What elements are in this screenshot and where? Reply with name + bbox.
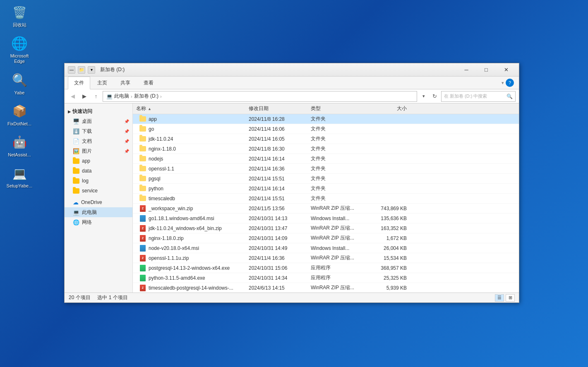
col-header-size[interactable]: 大小 bbox=[369, 105, 410, 112]
file-name-cell: pgsql bbox=[133, 176, 249, 182]
file-date-cell: 2024/11/8 16:30 bbox=[249, 146, 311, 152]
desktop-icon-fixdotnet[interactable]: 📦 FixDotNet... bbox=[5, 103, 34, 127]
table-row[interactable]: Z openssl-1.1.1u.zip 2024/11/4 16:36 Win… bbox=[133, 253, 519, 263]
file-name: nginx-1.18.0 bbox=[149, 146, 176, 152]
address-path[interactable]: 💻 此电脑 › 新加卷 (D:) › bbox=[103, 91, 417, 102]
minimize-button[interactable]: ─ bbox=[457, 63, 476, 77]
up-button[interactable]: ↑ bbox=[91, 91, 101, 101]
ribbon-tabs: 文件 主页 共享 查看 ▾ ? bbox=[65, 77, 519, 89]
ribbon-tab-view[interactable]: 查看 bbox=[137, 77, 160, 89]
sidebar-data-label: data bbox=[82, 168, 91, 174]
table-row[interactable]: node-v20.18.0-x64.msi 2024/10/31 14:49 W… bbox=[133, 243, 519, 253]
desktop-icon-edge[interactable]: 🌐 Microsoft Edge bbox=[5, 35, 34, 64]
col-header-type[interactable]: 类型 bbox=[311, 105, 369, 112]
search-box[interactable]: 在 新加卷 (D:) 中搜索 🔍 bbox=[441, 91, 516, 102]
sidebar-item-desktop[interactable]: 🖥️ 桌面 📌 bbox=[65, 116, 132, 126]
yabe-label: Yabe bbox=[14, 90, 25, 96]
sidebar-item-log[interactable]: log bbox=[65, 176, 132, 186]
sidebar-item-thispc[interactable]: 💻 此电脑 bbox=[65, 207, 132, 217]
file-date-cell: 2024/10/31 15:06 bbox=[249, 265, 311, 271]
file-date-cell: 2024/11/4 16:14 bbox=[249, 186, 311, 192]
documents-icon: 📄 bbox=[73, 138, 79, 144]
file-type-cell: WinRAR ZIP 压缩... bbox=[311, 225, 369, 232]
sidebar-item-data[interactable]: data bbox=[65, 166, 132, 176]
title-dropdown-btn[interactable]: ▾ bbox=[88, 66, 95, 74]
sidebar-item-pictures[interactable]: 🖼️ 图片 📌 bbox=[65, 146, 132, 156]
table-row[interactable]: Z timescaledb-postgresql-14-windows-... … bbox=[133, 283, 519, 293]
table-row[interactable]: nginx-1.18.0 2024/11/8 16:30 文件夹 bbox=[133, 144, 519, 154]
ribbon-collapse-btn[interactable]: ▾ bbox=[502, 80, 504, 86]
file-name: openssl-1.1 bbox=[149, 166, 174, 172]
folder-icon bbox=[139, 176, 146, 181]
file-type-cell: 文件夹 bbox=[311, 185, 369, 192]
folder-icon bbox=[139, 136, 146, 142]
sidebar-item-app[interactable]: app bbox=[65, 156, 132, 166]
quick-access-header[interactable]: ▶ 快速访问 bbox=[65, 107, 132, 116]
folder-icon bbox=[139, 186, 146, 191]
table-row[interactable]: python 2024/11/4 16:14 文件夹 bbox=[133, 184, 519, 194]
forward-button[interactable]: ▶ bbox=[79, 91, 89, 101]
table-row[interactable]: Z nginx-1.18.0.zip 2024/10/31 14:09 WinR… bbox=[133, 233, 519, 243]
table-row[interactable]: python-3.11.5-amd64.exe 2024/10/31 14:34… bbox=[133, 273, 519, 283]
table-row[interactable]: Z _workspace_win.zip 2024/11/5 13:56 Win… bbox=[133, 204, 519, 213]
col-header-name[interactable]: 名称 ▲ bbox=[133, 105, 249, 112]
table-row[interactable]: app 2024/11/8 16:28 文件夹 bbox=[133, 114, 519, 124]
reload-button[interactable]: ↻ bbox=[430, 91, 439, 101]
table-row[interactable]: go1.18.1.windows-amd64.msi 2024/10/31 14… bbox=[133, 213, 519, 223]
table-row[interactable]: nodejs 2024/11/4 16:14 文件夹 bbox=[133, 154, 519, 164]
search-icon: 🔍 bbox=[506, 94, 513, 99]
sidebar-item-network[interactable]: 🌐 网络 bbox=[65, 217, 132, 227]
data-folder-icon bbox=[73, 168, 79, 174]
table-row[interactable]: postgresql-14.13-2-windows-x64.exe 2024/… bbox=[133, 263, 519, 273]
zip-icon: Z bbox=[139, 205, 146, 212]
file-type-cell: 文件夹 bbox=[311, 175, 369, 182]
table-row[interactable]: jdk-11.0.24 2024/11/4 16:05 文件夹 bbox=[133, 134, 519, 144]
help-button[interactable]: ? bbox=[506, 79, 514, 87]
desktop-icon-netassist[interactable]: 🤖 NetAssist... bbox=[5, 134, 34, 158]
file-type-cell: WinRAR ZIP 压缩... bbox=[311, 284, 369, 291]
view-details-btn[interactable]: ☰ bbox=[495, 294, 504, 302]
back-button[interactable]: ◀ bbox=[68, 91, 78, 101]
table-row[interactable]: pgsql 2024/11/4 15:51 文件夹 bbox=[133, 174, 519, 184]
file-type-cell: 应用程序 bbox=[311, 264, 369, 271]
ribbon-tab-share[interactable]: 共享 bbox=[114, 77, 137, 89]
view-grid-btn[interactable]: ⊞ bbox=[506, 294, 515, 302]
fixdotnet-icon: 📦 bbox=[11, 103, 28, 120]
ribbon-tab-file[interactable]: 文件 bbox=[68, 77, 90, 89]
title-minimize-small[interactable]: — bbox=[68, 66, 75, 74]
sidebar-pictures-label: 图片 bbox=[82, 148, 92, 155]
sidebar-item-service[interactable]: service bbox=[65, 186, 132, 196]
title-icon-btn[interactable]: 📁 bbox=[78, 66, 85, 74]
ribbon-tab-home[interactable]: 主页 bbox=[91, 77, 113, 89]
sidebar-onedrive-label: OneDrive bbox=[81, 199, 102, 205]
refresh-button[interactable]: ▾ bbox=[419, 91, 429, 101]
file-name: postgresql-14.13-2-windows-x64.exe bbox=[149, 265, 230, 271]
file-type-cell: 文件夹 bbox=[311, 155, 369, 162]
close-button[interactable]: ✕ bbox=[497, 63, 516, 77]
table-row[interactable]: Z jdk-11.0.24_windows-x64_bin.zip 2024/1… bbox=[133, 223, 519, 233]
col-header-date[interactable]: 修改日期 bbox=[249, 105, 311, 112]
sidebar-item-downloads[interactable]: ⬇️ 下载 📌 bbox=[65, 126, 132, 136]
file-size-cell: 25,325 KB bbox=[369, 275, 410, 281]
folder-icon bbox=[139, 116, 146, 122]
desktop-icon-setupyabe[interactable]: 💻 SetupYabe... bbox=[5, 165, 34, 189]
sidebar-item-documents[interactable]: 📄 文档 📌 bbox=[65, 136, 132, 146]
explorer-window: — 📁 ▾ 新加卷 (D:) ─ □ ✕ 文件 主页 共享 查看 ▾ ? ◀ ▶… bbox=[64, 63, 519, 303]
maximize-button[interactable]: □ bbox=[477, 63, 496, 77]
desktop-icon-recycle[interactable]: 🗑️ 回收站 bbox=[5, 4, 34, 28]
table-row[interactable]: openssl-1.1 2024/11/4 16:36 文件夹 bbox=[133, 164, 519, 174]
table-row[interactable]: timescaledb 2024/11/4 15:51 文件夹 bbox=[133, 194, 519, 204]
file-date-cell: 2024/11/5 13:56 bbox=[249, 206, 311, 211]
file-size-cell: 15,534 KB bbox=[369, 255, 410, 261]
table-row[interactable]: go 2024/11/4 16:06 文件夹 bbox=[133, 124, 519, 134]
sidebar-item-onedrive[interactable]: ☁ OneDrive bbox=[65, 197, 132, 207]
file-size-cell: 368,957 KB bbox=[369, 265, 410, 271]
desktop-icon-yabe[interactable]: 🔍 Yabe bbox=[5, 72, 34, 96]
file-rows-container: app 2024/11/8 16:28 文件夹 go 2024/11/4 16:… bbox=[133, 114, 519, 293]
zip-icon: Z bbox=[139, 225, 146, 232]
file-type-cell: 文件夹 bbox=[311, 165, 369, 172]
address-actions: ▾ ↻ bbox=[419, 91, 439, 101]
file-name-cell: nodejs bbox=[133, 156, 249, 162]
file-name-cell: postgresql-14.13-2-windows-x64.exe bbox=[133, 264, 249, 272]
folder-icon bbox=[139, 146, 146, 151]
